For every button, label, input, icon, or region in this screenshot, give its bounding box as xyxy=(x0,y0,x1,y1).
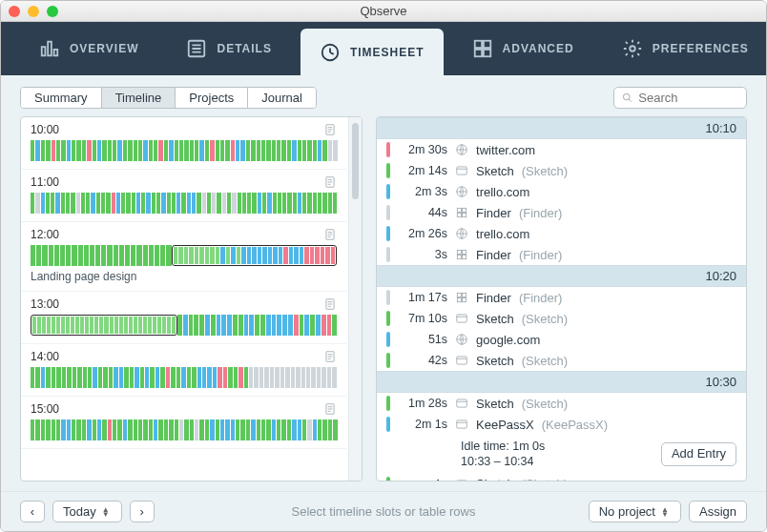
timeline-slot[interactable] xyxy=(46,367,50,388)
timeline-slot[interactable] xyxy=(205,140,209,161)
timeline-slot[interactable] xyxy=(277,315,281,336)
timeline-slot[interactable] xyxy=(332,315,337,336)
list-item[interactable]: 3sFinder (Finder) xyxy=(377,244,746,265)
timeline-slot[interactable] xyxy=(251,140,255,161)
timeline-slot[interactable] xyxy=(328,193,332,214)
timeline-slot[interactable] xyxy=(283,247,288,264)
timeline-slot[interactable] xyxy=(172,193,176,214)
timeline-slot[interactable] xyxy=(249,315,254,336)
list-item[interactable]: 2m 1sKeePassX (KeePassX) xyxy=(377,414,746,435)
timeline-slot[interactable] xyxy=(266,140,270,161)
timeline-slot[interactable] xyxy=(119,317,123,334)
timeline-slot[interactable] xyxy=(260,315,265,336)
date-select[interactable]: Today ▲▼ xyxy=(52,501,122,522)
timeline-slot[interactable] xyxy=(169,419,173,440)
timeline-slot[interactable] xyxy=(41,140,45,161)
timeline-slot[interactable] xyxy=(328,140,332,161)
timeline-slot[interactable] xyxy=(62,367,66,388)
timeline-slot[interactable] xyxy=(31,245,35,266)
timeline-slot[interactable] xyxy=(56,419,60,440)
timeline-slot[interactable] xyxy=(67,140,71,161)
timeline-slot[interactable] xyxy=(66,317,70,334)
timeline-slot[interactable] xyxy=(143,317,147,334)
timeline-slot[interactable] xyxy=(195,247,199,264)
timeline-slot[interactable] xyxy=(199,315,204,336)
timeline-slot[interactable] xyxy=(61,140,65,161)
timeline-slot[interactable] xyxy=(114,367,117,388)
timeline-slot[interactable] xyxy=(31,367,34,388)
timeline-slot[interactable] xyxy=(300,315,304,336)
timeline-slot[interactable] xyxy=(184,419,188,440)
timeline-slot[interactable] xyxy=(234,367,238,388)
list-item[interactable]: 2m 30stwitter.com xyxy=(377,139,746,160)
timeline-slot[interactable] xyxy=(287,419,291,440)
timeline-slot[interactable] xyxy=(189,315,194,336)
timeline-slot[interactable] xyxy=(157,317,161,334)
timeline-slot[interactable] xyxy=(150,367,154,388)
timeline-slot[interactable] xyxy=(293,193,297,214)
timeline-slot[interactable] xyxy=(325,247,330,264)
timeline-slot[interactable] xyxy=(202,367,206,388)
timeline-slot[interactable] xyxy=(124,367,128,388)
timeline-slot[interactable] xyxy=(231,140,235,161)
timeline-slot[interactable] xyxy=(233,315,238,336)
timeline-slot[interactable] xyxy=(83,367,87,388)
timeline-slot[interactable] xyxy=(82,140,86,161)
timeline-slot[interactable] xyxy=(98,367,102,388)
timeline-slot[interactable] xyxy=(119,245,124,266)
timeline-slot[interactable] xyxy=(149,419,153,440)
timeline-slot[interactable] xyxy=(132,193,135,214)
timeline-slot[interactable] xyxy=(54,245,59,266)
timeline-slot[interactable] xyxy=(277,419,280,440)
selection-box[interactable] xyxy=(31,315,177,336)
timeline-slot[interactable] xyxy=(238,315,243,336)
timeline-slot[interactable] xyxy=(162,317,166,334)
timeline-slot[interactable] xyxy=(75,317,79,334)
note-icon[interactable] xyxy=(323,228,337,241)
timeline-slot[interactable] xyxy=(166,367,170,388)
timeline-slot[interactable] xyxy=(72,419,75,440)
timeline-slot[interactable] xyxy=(255,315,259,336)
timeline-slot[interactable] xyxy=(134,419,137,440)
timeline-slot[interactable] xyxy=(220,419,224,440)
search-input[interactable] xyxy=(636,90,738,106)
timeline-slot[interactable] xyxy=(31,140,34,161)
timeline-slot[interactable] xyxy=(298,193,301,214)
timeline-slot[interactable] xyxy=(192,367,196,388)
timeline-slot[interactable] xyxy=(279,247,283,264)
timeline-slot[interactable] xyxy=(166,245,171,266)
timeline-slot[interactable] xyxy=(262,247,267,264)
timeline-slot[interactable] xyxy=(333,140,337,161)
timeline-slot[interactable] xyxy=(240,140,244,161)
timeline-slot[interactable] xyxy=(266,419,270,440)
timeline-slot[interactable] xyxy=(205,419,209,440)
timeline-slot[interactable] xyxy=(37,317,41,334)
timeline-slot[interactable] xyxy=(35,419,39,440)
timeline-slot[interactable] xyxy=(128,419,132,440)
timeline-slot[interactable] xyxy=(119,367,123,388)
timeline-slot[interactable] xyxy=(231,419,235,440)
timeline-slot[interactable] xyxy=(177,315,182,336)
timeline-slot[interactable] xyxy=(171,367,175,388)
timeline-slot[interactable] xyxy=(140,367,144,388)
timeline-slot[interactable] xyxy=(67,367,71,388)
timeline-slot[interactable] xyxy=(300,247,304,264)
timeline-slot[interactable] xyxy=(212,193,216,214)
timeline-slot[interactable] xyxy=(257,140,260,161)
timeline-slot[interactable] xyxy=(138,140,142,161)
timeline-slot[interactable] xyxy=(247,247,252,264)
timeline-slot[interactable] xyxy=(316,315,321,336)
timeline-slot[interactable] xyxy=(184,140,188,161)
timeline-slot[interactable] xyxy=(179,140,183,161)
timeline-slot[interactable] xyxy=(46,419,50,440)
detail-scroll[interactable]: 10:102m 30stwitter.com2m 14sSketch (Sket… xyxy=(377,117,746,481)
timeline-slot[interactable] xyxy=(117,140,121,161)
timeline-slot[interactable] xyxy=(129,317,133,334)
timeline-slot[interactable] xyxy=(117,419,121,440)
timeline-slot[interactable] xyxy=(51,193,54,214)
timeline-slot[interactable] xyxy=(313,419,317,440)
list-item[interactable]: 1m 17sFinder (Finder) xyxy=(377,287,746,308)
timeline-slot[interactable] xyxy=(190,419,194,440)
tab-overview[interactable]: OVERVIEW xyxy=(20,22,157,75)
timeline-slot[interactable] xyxy=(246,419,250,440)
